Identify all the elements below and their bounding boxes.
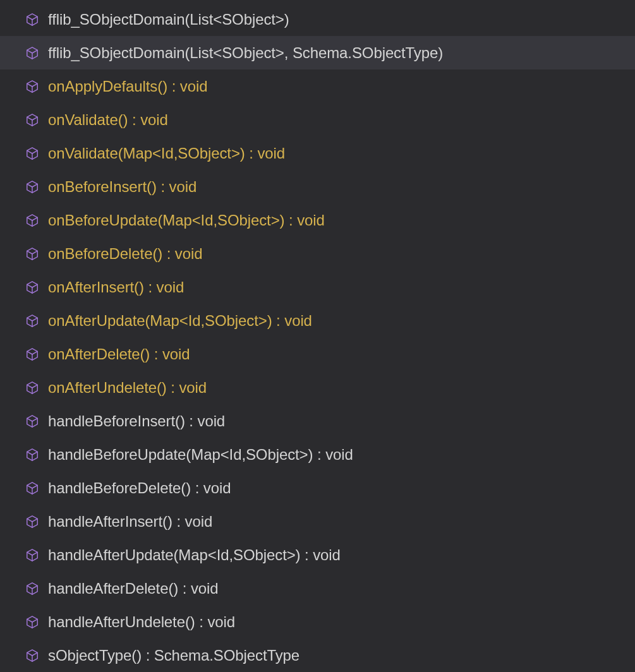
outline-item-label: onBeforeDelete() : void [48,245,203,263]
outline-item[interactable]: handleAfterUndelete() : void [0,605,635,639]
outline-item-label: handleAfterUndelete() : void [48,613,235,631]
outline-list: fflib_SObjectDomain(List<SObject>)fflib_… [0,0,635,672]
method-cube-icon [25,515,39,529]
outline-item-label: onAfterUndelete() : void [48,379,207,397]
outline-item[interactable]: handleBeforeUpdate(Map<Id,SObject>) : vo… [0,438,635,471]
outline-item[interactable]: onAfterUndelete() : void [0,371,635,404]
method-cube-icon [25,548,39,562]
method-cube-icon [25,80,39,93]
method-cube-icon [25,213,39,227]
outline-item[interactable]: onAfterUpdate(Map<Id,SObject>) : void [0,304,635,337]
method-cube-icon [25,46,39,60]
outline-item-label: handleBeforeDelete() : void [48,479,231,497]
outline-item[interactable]: onBeforeDelete() : void [0,237,635,270]
outline-item-label: sObjectType() : Schema.SObjectType [48,647,299,664]
method-cube-icon [25,247,39,261]
outline-item-label: onValidate() : void [48,111,168,129]
outline-item-label: fflib_SObjectDomain(List<SObject>, Schem… [48,44,443,62]
outline-item[interactable]: fflib_SObjectDomain(List<SObject>) [0,3,635,36]
method-cube-icon [25,481,39,495]
outline-item-label: onBeforeUpdate(Map<Id,SObject>) : void [48,212,325,229]
outline-item[interactable]: onAfterDelete() : void [0,337,635,371]
outline-item-label: onAfterDelete() : void [48,345,190,363]
method-cube-icon [25,113,39,127]
method-cube-icon [25,314,39,328]
outline-item-label: handleAfterDelete() : void [48,580,219,597]
method-cube-icon [25,414,39,428]
outline-item-label: handleBeforeInsert() : void [48,412,225,430]
outline-item[interactable]: sObjectType() : Schema.SObjectType [0,639,635,672]
outline-item[interactable]: onBeforeInsert() : void [0,170,635,203]
outline-item-label: handleAfterInsert() : void [48,513,212,531]
outline-item[interactable]: onApplyDefaults() : void [0,69,635,103]
outline-item[interactable]: onBeforeUpdate(Map<Id,SObject>) : void [0,203,635,237]
outline-item-label: onBeforeInsert() : void [48,178,197,196]
outline-item-label: handleBeforeUpdate(Map<Id,SObject>) : vo… [48,446,353,464]
method-cube-icon [25,615,39,629]
outline-item[interactable]: handleAfterInsert() : void [0,505,635,538]
method-cube-icon [25,13,39,27]
method-cube-icon [25,649,39,663]
outline-item[interactable]: handleAfterDelete() : void [0,572,635,605]
method-cube-icon [25,147,39,160]
outline-item-label: handleAfterUpdate(Map<Id,SObject>) : voi… [48,546,341,564]
outline-item[interactable]: handleAfterUpdate(Map<Id,SObject>) : voi… [0,538,635,572]
outline-item[interactable]: handleBeforeDelete() : void [0,471,635,505]
outline-item-label: onApplyDefaults() : void [48,78,207,95]
outline-item[interactable]: onValidate(Map<Id,SObject>) : void [0,136,635,170]
method-cube-icon [25,347,39,361]
method-cube-icon [25,381,39,395]
outline-item[interactable]: handleBeforeInsert() : void [0,404,635,438]
method-cube-icon [25,180,39,194]
outline-item[interactable]: onValidate() : void [0,103,635,136]
outline-item-label: onAfterUpdate(Map<Id,SObject>) : void [48,312,312,330]
outline-item[interactable]: fflib_SObjectDomain(List<SObject>, Schem… [0,36,635,69]
outline-item-label: onAfterInsert() : void [48,279,184,296]
method-cube-icon [25,280,39,294]
method-cube-icon [25,582,39,596]
outline-item-label: onValidate(Map<Id,SObject>) : void [48,145,285,162]
outline-item[interactable]: onAfterInsert() : void [0,270,635,304]
outline-item-label: fflib_SObjectDomain(List<SObject>) [48,11,289,28]
method-cube-icon [25,448,39,462]
